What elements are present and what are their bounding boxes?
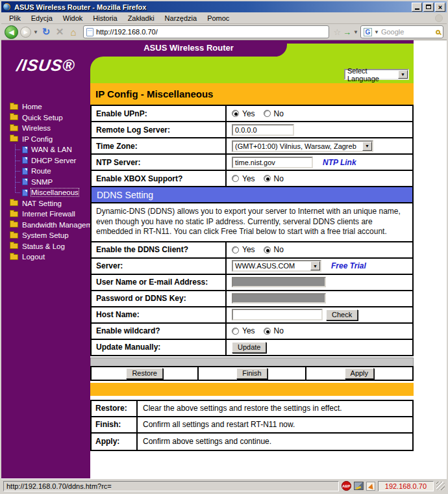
search-input[interactable]: Google bbox=[381, 28, 434, 36]
sidebar-item-label: Internet Firewall bbox=[22, 210, 75, 218]
router-title-tab: ASUS Wireless Router bbox=[90, 40, 287, 57]
bookmark-star-icon[interactable]: ☆ bbox=[333, 27, 341, 37]
sidebar-item-miscellaneous[interactable]: Miscellaneous bbox=[1, 187, 90, 198]
sidebar-item-wan-lan[interactable]: WAN & LAN bbox=[1, 144, 90, 155]
restore-cell: Restore bbox=[92, 367, 199, 380]
xbox-yes-label: Yes bbox=[242, 174, 255, 183]
ntp-server-input[interactable] bbox=[232, 157, 313, 168]
menu-historia[interactable]: Historia bbox=[88, 13, 122, 23]
wildcard-no-label: No bbox=[274, 326, 284, 335]
browser-window: ASUS Wireless Router - Mozilla Firefox ×… bbox=[0, 0, 448, 494]
upnp-yes-label: Yes bbox=[242, 109, 255, 118]
chevron-down-icon[interactable]: ▼ bbox=[398, 70, 408, 79]
row-value: Yes No bbox=[227, 171, 412, 186]
sidebar-item-label: IP Config bbox=[22, 135, 53, 143]
time-zone-select[interactable]: (GMT+01:00) Vilnius, Warsaw, Zagreb ▼ bbox=[232, 140, 373, 152]
language-select[interactable]: Select Language ▼ bbox=[344, 69, 409, 80]
row-value bbox=[227, 122, 412, 137]
sidebar-item-logout[interactable]: Logout bbox=[1, 252, 90, 263]
free-trial-link[interactable]: Free Trial bbox=[331, 261, 366, 270]
folder-icon bbox=[10, 243, 18, 249]
time-zone-select-value: (GMT+01:00) Vilnius, Warsaw, Zagreb bbox=[235, 142, 356, 150]
menu-plik[interactable]: Plik bbox=[4, 13, 26, 23]
minimize-button[interactable] bbox=[412, 3, 422, 12]
ddns-server-select[interactable]: WWW.ASUS.COM ▼ bbox=[232, 260, 321, 272]
resize-grip[interactable] bbox=[436, 482, 445, 490]
folder-icon bbox=[10, 125, 18, 131]
sidebar: /ISUS® Home Quick Setup Wireless IP Conf… bbox=[1, 40, 90, 478]
row-value bbox=[227, 291, 412, 306]
row-label: Remote Log Server: bbox=[92, 122, 227, 137]
apply-button[interactable]: Apply bbox=[345, 368, 375, 379]
finish-button[interactable]: Finish bbox=[236, 368, 267, 379]
sidebar-item-route[interactable]: Route bbox=[1, 166, 90, 177]
status-host: 192.168.0.70 bbox=[378, 481, 434, 491]
xbox-yes-radio[interactable] bbox=[232, 175, 239, 182]
menu-edycja[interactable]: Edycja bbox=[26, 13, 58, 23]
sidebar-item-wireless[interactable]: Wireless bbox=[1, 123, 90, 134]
tree-line bbox=[15, 166, 22, 177]
upnp-no-radio[interactable] bbox=[264, 110, 271, 117]
history-dropdown-icon[interactable]: ▼ bbox=[33, 29, 38, 35]
search-icon[interactable] bbox=[436, 30, 440, 34]
go-arrow-button[interactable]: → bbox=[343, 27, 351, 37]
row-ddns-password: Password or DDNS Key: bbox=[90, 291, 414, 307]
xbox-no-label: No bbox=[274, 174, 284, 183]
sidebar-item-home[interactable]: Home bbox=[1, 101, 90, 112]
upnp-yes-radio[interactable] bbox=[232, 110, 239, 117]
sidebar-item-internet-firewall[interactable]: Internet Firewall bbox=[1, 209, 90, 220]
address-bar[interactable]: http://192.168.0.70/ bbox=[83, 25, 330, 38]
check-button[interactable]: Check bbox=[326, 309, 358, 320]
menu-pomoc[interactable]: Pomoc bbox=[202, 13, 234, 23]
sidebar-item-system-setup[interactable]: System Setup bbox=[1, 230, 90, 241]
stop-button[interactable]: ✕ bbox=[54, 26, 66, 38]
help-text: Confirm above settings and continue. bbox=[138, 434, 412, 450]
ntp-link[interactable]: NTP Link bbox=[323, 158, 356, 167]
help-text: Confirm all settings and restart RT-N11 … bbox=[138, 417, 412, 432]
reload-button[interactable]: ↻ bbox=[40, 26, 52, 38]
minimize-icon bbox=[415, 8, 419, 10]
sidebar-item-nat-setting[interactable]: NAT Setting bbox=[1, 198, 90, 209]
chevron-down-icon[interactable]: ▼ bbox=[362, 142, 372, 151]
xbox-no-radio[interactable] bbox=[264, 175, 271, 182]
page-title: IP Config - Miscellaneous bbox=[90, 83, 414, 105]
engine-dropdown-icon[interactable]: ▼ bbox=[374, 29, 379, 35]
home-button[interactable]: ⌂ bbox=[68, 27, 79, 38]
forward-button[interactable]: ▶ bbox=[20, 27, 31, 38]
header-green-strip bbox=[277, 44, 414, 58]
update-button[interactable]: Update bbox=[232, 342, 266, 353]
sidebar-item-quick-setup[interactable]: Quick Setup bbox=[1, 112, 90, 124]
menu-widok[interactable]: Widok bbox=[58, 13, 88, 23]
adblock-icon[interactable]: ABP bbox=[342, 481, 351, 491]
restore-icon bbox=[426, 5, 431, 9]
restore-button[interactable] bbox=[423, 3, 434, 12]
host-name-input[interactable] bbox=[232, 309, 323, 320]
ddns-description: Dynamic-DNS (DDNS) allows you to export … bbox=[90, 203, 414, 242]
username-input-disabled bbox=[232, 277, 326, 287]
sidebar-item-dhcp-server[interactable]: DHCP Server bbox=[1, 155, 90, 166]
google-engine-icon[interactable]: G bbox=[364, 28, 372, 36]
restore-button[interactable]: Restore bbox=[126, 368, 163, 379]
ddns-client-yes-radio[interactable] bbox=[232, 246, 239, 254]
menu-narzedzia[interactable]: Narzędzia bbox=[160, 13, 203, 23]
statusbar-alert-icon[interactable] bbox=[366, 482, 375, 491]
statusbar-key-icon[interactable] bbox=[354, 482, 364, 490]
remote-log-server-input[interactable] bbox=[232, 124, 294, 136]
sidebar-nav: Home Quick Setup Wireless IP Config WAN … bbox=[1, 101, 90, 263]
back-button[interactable]: ◀ bbox=[5, 25, 18, 39]
main-panel: ASUS Wireless Router Select Language ▼ I… bbox=[90, 40, 414, 451]
sidebar-item-snmp[interactable]: SNMP bbox=[1, 177, 90, 188]
upnp-no-label: No bbox=[274, 109, 284, 118]
sidebar-item-ip-config[interactable]: IP Config bbox=[1, 134, 90, 145]
sidebar-item-bandwidth-management[interactable]: Bandwidth Management bbox=[1, 220, 90, 231]
wildcard-no-radio[interactable] bbox=[264, 328, 271, 335]
sidebar-item-status-log[interactable]: Status & Log bbox=[1, 241, 90, 252]
search-box[interactable]: G ▼ Google bbox=[360, 25, 443, 38]
wildcard-yes-radio[interactable] bbox=[232, 328, 239, 335]
address-url[interactable]: http://192.168.0.70/ bbox=[96, 28, 158, 36]
close-button[interactable]: × bbox=[435, 3, 445, 12]
go-dropdown-icon[interactable]: ▼ bbox=[353, 29, 358, 35]
menu-zakladki[interactable]: Zakładki bbox=[123, 13, 160, 23]
chevron-down-icon[interactable]: ▼ bbox=[310, 261, 320, 270]
ddns-client-no-radio[interactable] bbox=[264, 246, 271, 254]
